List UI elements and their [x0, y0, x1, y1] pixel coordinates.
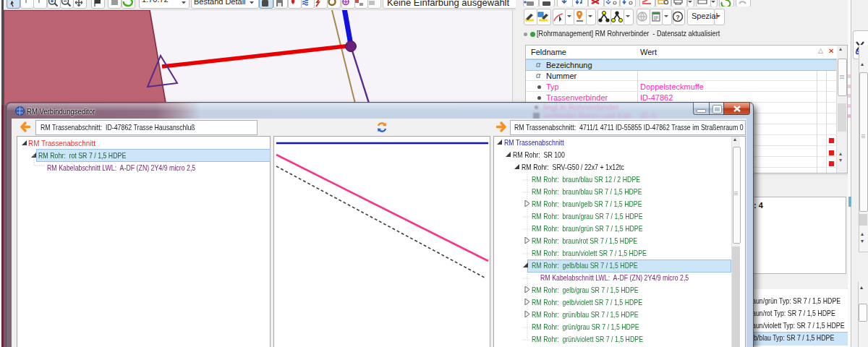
svg-text:?: ? — [676, 14, 680, 21]
